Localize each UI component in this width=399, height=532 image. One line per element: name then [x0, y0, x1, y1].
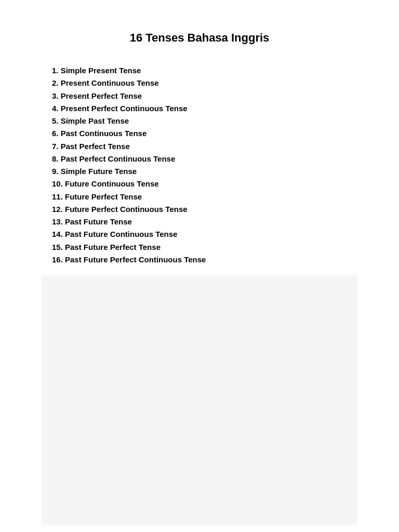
- list-item: 13. Past Future Tense: [52, 217, 357, 227]
- list-item: 5. Simple Past Tense: [52, 116, 357, 126]
- page-container: 16 Tenses Bahasa Inggris 1. Simple Prese…: [0, 0, 399, 532]
- list-item: 3. Present Perfect Tense: [52, 91, 357, 101]
- list-item: 8. Past Perfect Continuous Tense: [52, 154, 357, 164]
- list-item: 9. Simple Future Tense: [52, 166, 357, 177]
- list-item: 1. Simple Present Tense: [52, 65, 357, 76]
- list-item: 16. Past Future Perfect Continuous Tense: [52, 255, 357, 265]
- list-item: 7. Past Perfect Tense: [52, 141, 357, 152]
- list-item: 6. Past Continuous Tense: [52, 128, 357, 139]
- list-item: 4. Present Perfect Continuous Tense: [52, 103, 357, 114]
- page-title: 16 Tenses Bahasa Inggris: [42, 31, 357, 45]
- list-item: 15. Past Future Perfect Tense: [52, 242, 357, 252]
- list-item: 2. Present Continuous Tense: [52, 78, 357, 88]
- list-item: 12. Future Perfect Continuous Tense: [52, 204, 357, 215]
- list-item: 14. Past Future Continuous Tense: [52, 229, 357, 240]
- list-item: 10. Future Continuous Tense: [52, 179, 357, 189]
- tense-list: 1. Simple Present Tense2. Present Contin…: [52, 65, 357, 265]
- list-item: 11. Future Perfect Tense: [52, 192, 357, 202]
- bottom-box: [42, 275, 357, 525]
